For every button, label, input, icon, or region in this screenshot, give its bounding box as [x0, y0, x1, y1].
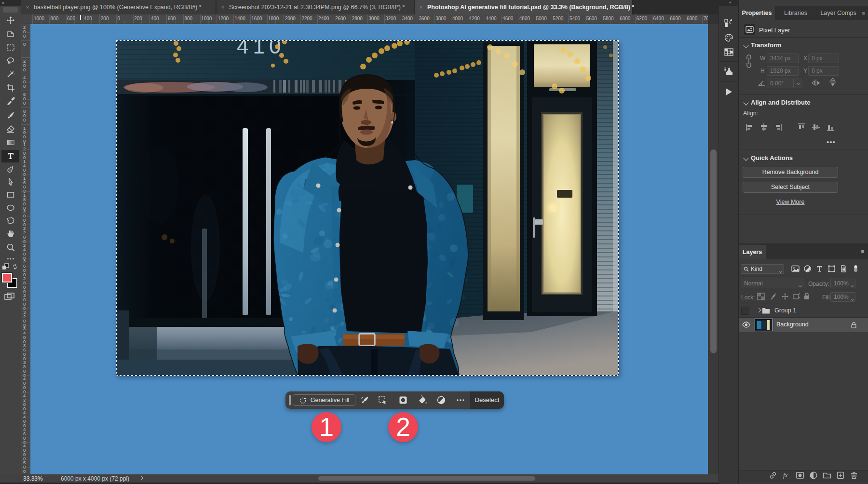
svg-text:fx: fx — [783, 471, 788, 479]
svg-text:410: 410 — [237, 40, 285, 58]
